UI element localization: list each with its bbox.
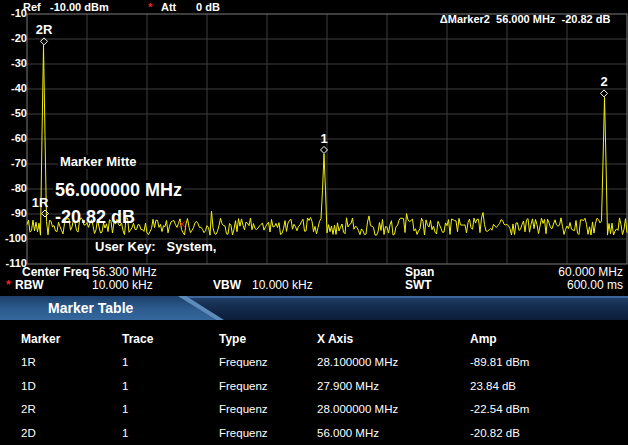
rbw-label: RBW bbox=[15, 279, 44, 292]
col-header-amp: Amp bbox=[470, 332, 497, 346]
marker-table-cell: 1D bbox=[21, 380, 36, 392]
vbw-label: VBW bbox=[213, 279, 241, 292]
marker-table-cell: 28.000000 MHz bbox=[317, 403, 398, 415]
marker-table-cell: 1R bbox=[21, 356, 36, 368]
att-coupled-asterisk-icon: * bbox=[148, 1, 152, 13]
marker-table-cell: 2D bbox=[21, 427, 36, 439]
marker-label: 2 bbox=[600, 74, 607, 89]
marker-diamond-icon bbox=[321, 146, 328, 153]
marker-table-cell: 28.100000 MHz bbox=[317, 356, 398, 368]
active-function-amp: -20.82 dB bbox=[53, 207, 137, 227]
marker-label: 1 bbox=[320, 131, 327, 146]
amplitude-tick-label: -80 bbox=[0, 182, 27, 194]
attenuation-value: 0 dB bbox=[196, 1, 220, 13]
marker-table-cell: 27.900 MHz bbox=[317, 380, 379, 392]
attenuation-label: Att bbox=[161, 1, 176, 13]
marker-table-cell: Frequenz bbox=[219, 403, 268, 415]
rbw-value: 10.000 kHz bbox=[92, 279, 153, 292]
marker-diamond-icon bbox=[601, 90, 608, 97]
delta-marker-icon: Δ bbox=[440, 13, 448, 25]
amplitude-tick-label: -90 bbox=[0, 207, 27, 219]
marker-table-cell: Frequenz bbox=[219, 356, 268, 368]
col-header-xaxis: X Axis bbox=[317, 332, 353, 346]
menu-bar: Marker Table bbox=[0, 296, 628, 320]
marker-table-cell: 56.000 MHz bbox=[317, 427, 379, 439]
marker-readout-freq: 56.000 MHz bbox=[496, 13, 555, 25]
amplitude-tick-label: -30 bbox=[0, 57, 27, 69]
rbw-coupled-asterisk-icon: * bbox=[6, 279, 11, 292]
swt-value: 600.00 ms bbox=[567, 279, 623, 292]
amplitude-tick-label: -60 bbox=[0, 132, 27, 144]
marker-table-cell: -89.81 dBm bbox=[470, 356, 529, 368]
spectrum-plot: 2R121R bbox=[0, 0, 628, 270]
vbw-value: 10.000 kHz bbox=[252, 279, 313, 292]
spectrum-analyzer-screen: 2R121R Ref -10.00 dBm * Att 0 dB ΔMarker… bbox=[0, 0, 628, 445]
amplitude-tick-label: -40 bbox=[0, 82, 27, 94]
marker-table-cell: 2R bbox=[21, 403, 36, 415]
col-header-trace: Trace bbox=[122, 332, 153, 346]
marker-table-cell: Frequenz bbox=[219, 380, 268, 392]
marker-table-cell: 1 bbox=[122, 356, 128, 368]
marker-table-cell: 1 bbox=[122, 403, 128, 415]
marker-table-cell: Frequenz bbox=[219, 427, 268, 439]
ref-level-label: Ref bbox=[23, 1, 41, 13]
active-function-label: Marker Mitte bbox=[58, 155, 139, 169]
marker-readout-amp: -20.82 dB bbox=[562, 13, 611, 25]
amplitude-tick-label: -70 bbox=[0, 157, 27, 169]
marker-label: 2R bbox=[36, 22, 53, 37]
amplitude-tick-label: -100 bbox=[0, 232, 27, 244]
active-function-freq: 56.000000 MHz bbox=[53, 180, 184, 200]
ref-level-value: -10.00 dBm bbox=[50, 1, 109, 13]
amplitude-tick-label: -20 bbox=[0, 32, 27, 44]
amplitude-tick-label: -110 bbox=[0, 257, 27, 269]
marker-table-tab-title: Marker Table bbox=[48, 300, 133, 316]
marker-table-cell: 1 bbox=[122, 380, 128, 392]
marker-table-cell: -20.82 dB bbox=[470, 427, 520, 439]
col-header-type: Type bbox=[219, 332, 246, 346]
marker-label: 1R bbox=[32, 195, 49, 210]
marker-readout-name: Marker2 bbox=[448, 13, 490, 25]
marker-table-cell: 1 bbox=[122, 427, 128, 439]
marker-table-cell: -22.54 dBm bbox=[470, 403, 529, 415]
col-header-marker: Marker bbox=[21, 332, 60, 346]
system-message-text: User Key: System, bbox=[95, 240, 216, 254]
swt-label: SWT bbox=[405, 279, 432, 292]
marker-table-cell: 23.84 dB bbox=[470, 380, 516, 392]
marker-readout: ΔMarker2 56.000 MHz -20.82 dB bbox=[428, 1, 610, 37]
amplitude-tick-label: -50 bbox=[0, 107, 27, 119]
